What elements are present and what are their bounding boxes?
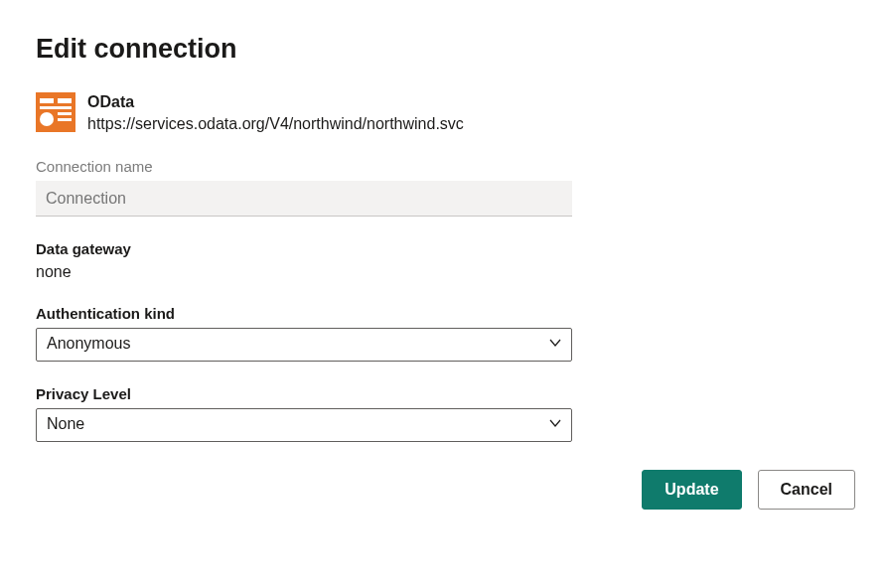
data-gateway-value: none: [36, 263, 572, 281]
svg-rect-4: [58, 112, 72, 115]
connector-info: OData https://services.odata.org/V4/nort…: [87, 92, 464, 134]
privacy-level-group: Privacy Level None: [36, 385, 572, 442]
data-gateway-label: Data gateway: [36, 240, 572, 257]
odata-icon: [36, 92, 75, 132]
svg-rect-3: [40, 106, 72, 109]
cancel-button[interactable]: Cancel: [758, 470, 855, 510]
connection-name-group: Connection name: [36, 158, 572, 217]
authentication-kind-select[interactable]: Anonymous: [36, 328, 572, 362]
connector-header: OData https://services.odata.org/V4/nort…: [36, 92, 853, 134]
privacy-level-select[interactable]: None: [36, 408, 572, 442]
connector-name: OData: [87, 92, 464, 113]
dialog-footer: Update Cancel: [36, 470, 855, 510]
connection-name-input[interactable]: [36, 181, 572, 217]
authentication-kind-label: Authentication kind: [36, 305, 572, 322]
page-title: Edit connection: [36, 34, 853, 65]
data-gateway-group: Data gateway none: [36, 240, 572, 281]
connector-url: https://services.odata.org/V4/northwind/…: [87, 113, 464, 135]
svg-rect-5: [58, 118, 72, 121]
update-button[interactable]: Update: [642, 470, 741, 510]
svg-rect-2: [58, 98, 72, 103]
svg-rect-1: [40, 98, 54, 103]
connection-name-label: Connection name: [36, 158, 572, 175]
svg-point-6: [40, 112, 54, 126]
authentication-kind-group: Authentication kind Anonymous: [36, 305, 572, 362]
privacy-level-label: Privacy Level: [36, 385, 572, 402]
